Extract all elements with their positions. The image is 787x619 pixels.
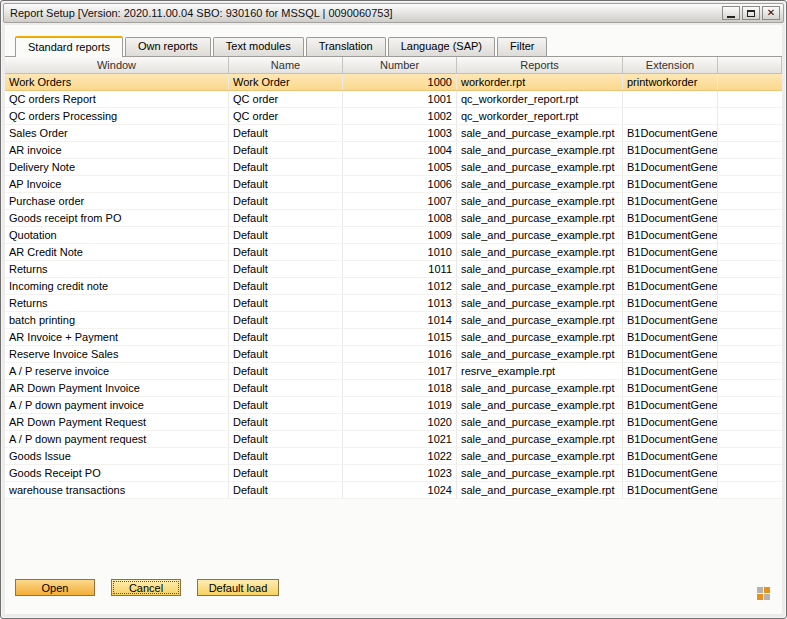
- cell[interactable]: Default: [229, 210, 343, 226]
- cell[interactable]: 1011: [343, 261, 457, 277]
- cell[interactable]: Default: [229, 397, 343, 413]
- cell[interactable]: A / P reserve invoice: [5, 363, 229, 379]
- cancel-button[interactable]: Cancel: [111, 579, 181, 596]
- tab-standard-reports[interactable]: Standard reports: [15, 36, 123, 57]
- cell[interactable]: [623, 91, 718, 107]
- cell[interactable]: AR Down Payment Invoice: [5, 380, 229, 396]
- cell[interactable]: B1DocumentGener: [623, 261, 718, 277]
- cell[interactable]: sale_and_purcase_example.rpt: [457, 210, 623, 226]
- column-header-window[interactable]: Window: [5, 57, 229, 73]
- cell[interactable]: 1015: [343, 329, 457, 345]
- cell[interactable]: Default: [229, 329, 343, 345]
- cell[interactable]: AP Invoice: [5, 176, 229, 192]
- cell[interactable]: AR invoice: [5, 142, 229, 158]
- cell[interactable]: [718, 363, 782, 379]
- table-row[interactable]: A / P reserve invoiceDefault1017resrve_e…: [5, 363, 782, 380]
- cell[interactable]: B1DocumentGener: [623, 465, 718, 481]
- default-load-button[interactable]: Default load: [197, 579, 279, 596]
- table-row[interactable]: QC orders ReportQC order1001qc_workorder…: [5, 91, 782, 108]
- cell[interactable]: sale_and_purcase_example.rpt: [457, 465, 623, 481]
- cell[interactable]: [718, 261, 782, 277]
- cell[interactable]: Goods Issue: [5, 448, 229, 464]
- table-row[interactable]: Work OrdersWork Order1000workorder.rptpr…: [5, 74, 782, 91]
- table-row[interactable]: AR invoiceDefault1004sale_and_purcase_ex…: [5, 142, 782, 159]
- cell[interactable]: sale_and_purcase_example.rpt: [457, 278, 623, 294]
- cell[interactable]: Default: [229, 244, 343, 260]
- cell[interactable]: [718, 431, 782, 447]
- table-row[interactable]: Incoming credit noteDefault1012sale_and_…: [5, 278, 782, 295]
- cell[interactable]: B1DocumentGener: [623, 346, 718, 362]
- table-row[interactable]: A / P down payment invoiceDefault1019sal…: [5, 397, 782, 414]
- cell[interactable]: sale_and_purcase_example.rpt: [457, 295, 623, 311]
- cell[interactable]: QC orders Processing: [5, 108, 229, 124]
- cell[interactable]: Default: [229, 227, 343, 243]
- cell[interactable]: Delivery Note: [5, 159, 229, 175]
- table-row[interactable]: Sales OrderDefault1003sale_and_purcase_e…: [5, 125, 782, 142]
- cell[interactable]: B1DocumentGener: [623, 278, 718, 294]
- cell[interactable]: 1024: [343, 482, 457, 498]
- cell[interactable]: [718, 176, 782, 192]
- cell[interactable]: Default: [229, 295, 343, 311]
- table-row[interactable]: QC orders ProcessingQC order1002qc_worko…: [5, 108, 782, 125]
- cell[interactable]: [718, 465, 782, 481]
- cell[interactable]: 1010: [343, 244, 457, 260]
- table-row[interactable]: batch printingDefault1014sale_and_purcas…: [5, 312, 782, 329]
- cell[interactable]: B1DocumentGener: [623, 227, 718, 243]
- cell[interactable]: B1DocumentGener: [623, 210, 718, 226]
- table-row[interactable]: A / P down payment requestDefault1021sal…: [5, 431, 782, 448]
- cell[interactable]: Work Orders: [5, 74, 229, 90]
- cell[interactable]: QC order: [229, 108, 343, 124]
- cell[interactable]: Sales Order: [5, 125, 229, 141]
- cell[interactable]: sale_and_purcase_example.rpt: [457, 312, 623, 328]
- cell[interactable]: A / P down payment invoice: [5, 397, 229, 413]
- cell[interactable]: sale_and_purcase_example.rpt: [457, 125, 623, 141]
- table-row[interactable]: warehouse transactionsDefault1024sale_an…: [5, 482, 782, 499]
- cell[interactable]: [718, 482, 782, 498]
- table-row[interactable]: Goods Receipt PODefault1023sale_and_purc…: [5, 465, 782, 482]
- cell[interactable]: 1021: [343, 431, 457, 447]
- cell[interactable]: qc_workorder_report.rpt: [457, 108, 623, 124]
- cell[interactable]: Default: [229, 312, 343, 328]
- cell[interactable]: 1018: [343, 380, 457, 396]
- cell[interactable]: Default: [229, 346, 343, 362]
- cell[interactable]: B1DocumentGener: [623, 193, 718, 209]
- cell[interactable]: 1014: [343, 312, 457, 328]
- cell[interactable]: B1DocumentGener: [623, 431, 718, 447]
- table-row[interactable]: Reserve Invoice SalesDefault1016sale_and…: [5, 346, 782, 363]
- cell[interactable]: printworkorder: [623, 74, 718, 90]
- cell[interactable]: AR Credit Note: [5, 244, 229, 260]
- cell[interactable]: 1007: [343, 193, 457, 209]
- tab-language-sap[interactable]: Language (SAP): [388, 37, 495, 56]
- cell[interactable]: B1DocumentGener: [623, 482, 718, 498]
- cell[interactable]: Reserve Invoice Sales: [5, 346, 229, 362]
- cell[interactable]: B1DocumentGener: [623, 329, 718, 345]
- cell[interactable]: 1012: [343, 278, 457, 294]
- cell[interactable]: Purchase order: [5, 193, 229, 209]
- cell[interactable]: [718, 329, 782, 345]
- cell[interactable]: batch printing: [5, 312, 229, 328]
- cell[interactable]: [718, 193, 782, 209]
- cell[interactable]: [718, 108, 782, 124]
- cell[interactable]: [718, 278, 782, 294]
- column-header-name[interactable]: Name: [229, 57, 343, 73]
- cell[interactable]: [623, 108, 718, 124]
- cell[interactable]: B1DocumentGener: [623, 295, 718, 311]
- cell[interactable]: Default: [229, 380, 343, 396]
- cell[interactable]: QC order: [229, 91, 343, 107]
- table-row[interactable]: QuotationDefault1009sale_and_purcase_exa…: [5, 227, 782, 244]
- table-row[interactable]: AR Down Payment RequestDefault1020sale_a…: [5, 414, 782, 431]
- open-button[interactable]: Open: [15, 579, 95, 596]
- tab-own-reports[interactable]: Own reports: [125, 37, 211, 56]
- cell[interactable]: [718, 74, 782, 90]
- cell[interactable]: Default: [229, 465, 343, 481]
- cell[interactable]: Returns: [5, 295, 229, 311]
- cell[interactable]: Default: [229, 431, 343, 447]
- cell[interactable]: [718, 142, 782, 158]
- cell[interactable]: warehouse transactions: [5, 482, 229, 498]
- cell[interactable]: [718, 210, 782, 226]
- cell[interactable]: A / P down payment request: [5, 431, 229, 447]
- tab-translation[interactable]: Translation: [306, 37, 386, 56]
- cell[interactable]: B1DocumentGener: [623, 448, 718, 464]
- cell[interactable]: 1001: [343, 91, 457, 107]
- table-row[interactable]: Purchase orderDefault1007sale_and_purcas…: [5, 193, 782, 210]
